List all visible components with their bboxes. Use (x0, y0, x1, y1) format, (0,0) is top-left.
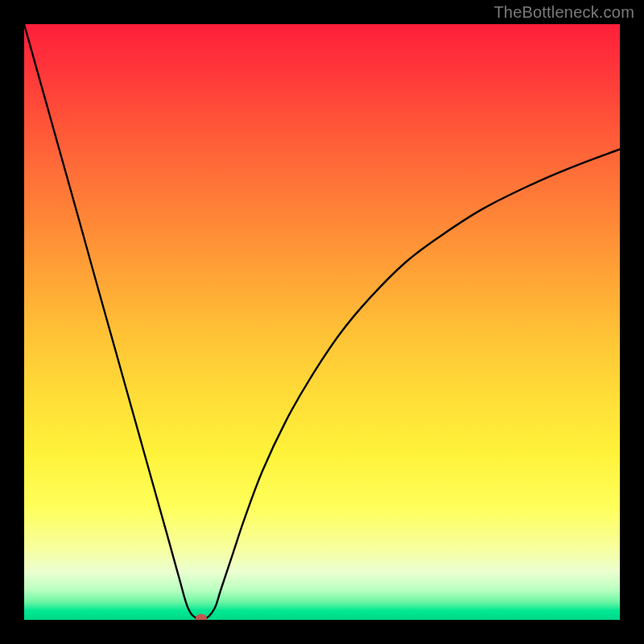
attribution-text: TheBottleneck.com (493, 3, 634, 22)
optimal-point-marker (196, 613, 207, 620)
plot-area (24, 24, 620, 620)
chart-frame: TheBottleneck.com (0, 0, 644, 644)
bottleneck-curve (24, 24, 620, 620)
